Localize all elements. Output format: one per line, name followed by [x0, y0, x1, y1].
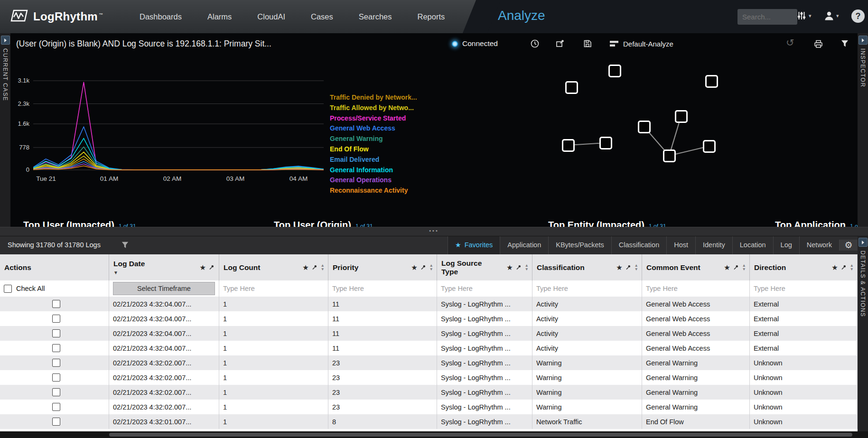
row-checkbox[interactable] [52, 315, 60, 323]
column-header-common-event[interactable]: Common Event★▲▼ [642, 254, 750, 280]
nav-item-alarms[interactable]: Alarms [207, 12, 232, 21]
time-range-button[interactable] [530, 39, 540, 50]
favorite-column-icon[interactable]: ★ [200, 263, 206, 272]
column-header-actions[interactable]: Actions [0, 254, 109, 280]
widget-pager[interactable]: 1 of 31 [649, 223, 666, 227]
row-checkbox[interactable] [52, 329, 60, 337]
layout-selector[interactable]: Default-Analyze [609, 39, 673, 48]
expand-details-button[interactable] [859, 238, 868, 247]
grid-tab-identity[interactable]: Identity [695, 235, 732, 254]
pin-column-icon[interactable] [208, 264, 215, 270]
grid-tab-kbytes-packets[interactable]: KBytes/Packets [548, 235, 611, 254]
row-checkbox[interactable] [52, 418, 60, 426]
details-actions-label[interactable]: DETAILS & ACTIONS [859, 251, 866, 317]
log-table-row-4[interactable]: 02/21/2023 4:32:02.007...123Syslog - Log… [0, 355, 858, 370]
nav-item-searches[interactable]: Searches [359, 12, 392, 21]
filter-input-classification[interactable]: Type Here [532, 280, 642, 297]
horizontal-scrollbar[interactable] [0, 431, 868, 438]
favorite-column-icon[interactable]: ★ [831, 263, 838, 272]
sort-icons[interactable]: ▲▼ [321, 264, 325, 271]
sort-icons[interactable]: ▲▼ [429, 264, 433, 271]
grid-filter-icon[interactable] [121, 241, 130, 250]
grid-tab-application[interactable]: Application [500, 235, 548, 254]
panel-splitter[interactable]: ••• [0, 227, 868, 236]
column-header-log-source-type[interactable]: Log Source Type★▲▼ [437, 254, 532, 280]
filter-input-priority[interactable]: Type Here [328, 280, 437, 297]
grid-tab-network[interactable]: Network [799, 235, 839, 254]
filter-settings-menu[interactable]: ▾ [796, 10, 812, 21]
favorite-column-icon[interactable]: ★ [506, 263, 513, 272]
print-button[interactable] [813, 39, 823, 51]
expand-current-case-button[interactable] [1, 36, 10, 45]
log-table-row-5[interactable]: 02/21/2023 4:32:02.007...123Syslog - Log… [0, 370, 858, 385]
filter-button[interactable] [840, 39, 849, 50]
filter-input-direction[interactable]: Type Here [750, 280, 858, 297]
sort-icons[interactable]: ▲▼ [525, 264, 529, 271]
inspector-label[interactable]: INSPECTOR [859, 48, 866, 87]
column-header-priority[interactable]: Priority★▲▼ [328, 254, 437, 280]
column-header-classification[interactable]: Classification★▲▼ [532, 254, 642, 280]
row-checkbox[interactable] [52, 359, 60, 367]
log-table-row-6[interactable]: 02/21/2023 4:32:02.007...123Syslog - Log… [0, 385, 858, 400]
grid-tab-host[interactable]: Host [666, 235, 695, 254]
select-timeframe-button[interactable]: Select Timeframe [113, 282, 215, 295]
pin-column-icon[interactable] [311, 264, 317, 270]
pin-to-dashboard-button[interactable] [555, 39, 565, 50]
favorite-column-icon[interactable]: ★ [302, 263, 308, 272]
save-layout-button[interactable] [583, 39, 592, 50]
row-checkbox[interactable] [52, 373, 60, 382]
graph-node-5[interactable] [562, 139, 575, 152]
column-header-log-count[interactable]: Log Count★▲▼ [219, 254, 328, 280]
sort-icons[interactable]: ▲▼ [850, 264, 854, 271]
column-header-direction[interactable]: Direction★▲▼ [750, 254, 858, 280]
sort-icons[interactable]: ▲▼ [742, 264, 746, 271]
pin-column-icon[interactable] [733, 264, 739, 270]
expand-inspector-button[interactable] [859, 36, 868, 45]
help-icon[interactable]: ? [851, 9, 865, 23]
grid-settings-button[interactable]: ⚙ [839, 240, 858, 251]
favorite-column-icon[interactable]: ★ [724, 263, 730, 272]
filter-input-log-count[interactable]: Type Here [219, 280, 328, 297]
current-case-label[interactable]: CURRENT CASE [2, 48, 9, 101]
sort-icons[interactable]: ▲▼ [635, 264, 638, 271]
scrollbar-thumb[interactable] [109, 433, 852, 437]
graph-node-1[interactable] [565, 81, 578, 94]
graph-node-6[interactable] [599, 137, 612, 149]
nav-item-cloudai[interactable]: CloudAI [257, 12, 285, 21]
grid-tab-favorites[interactable]: ★Favorites [448, 235, 500, 254]
grid-tab-log[interactable]: Log [773, 235, 799, 254]
graph-node-0[interactable] [608, 65, 621, 77]
row-checkbox[interactable] [52, 344, 60, 352]
log-table-row-1[interactable]: 02/21/2023 4:32:04.007...111Syslog - Log… [0, 311, 858, 326]
row-checkbox[interactable] [52, 300, 60, 308]
search-input[interactable] [737, 9, 797, 25]
nav-item-cases[interactable]: Cases [311, 12, 333, 21]
row-checkbox[interactable] [52, 403, 60, 411]
log-table-row-0[interactable]: 02/21/2023 4:32:04.007...111Syslog - Log… [0, 297, 858, 311]
brand[interactable]: LogRhythm™ [9, 0, 103, 33]
grid-tab-classification[interactable]: Classification [611, 235, 666, 254]
graph-node-7[interactable] [663, 149, 676, 162]
nav-item-reports[interactable]: Reports [418, 12, 445, 21]
undo-icon[interactable]: ↺ [786, 37, 794, 48]
favorite-column-icon[interactable]: ★ [616, 263, 622, 272]
widget-pager[interactable]: 1 of 31 [355, 223, 373, 227]
graph-node-2[interactable] [705, 75, 718, 88]
widget-pager[interactable]: 1 of 31 [119, 223, 136, 227]
pin-column-icon[interactable] [840, 264, 847, 270]
favorite-column-icon[interactable]: ★ [411, 263, 417, 272]
graph-node-4[interactable] [638, 121, 651, 133]
pin-column-icon[interactable] [515, 264, 522, 270]
sort-desc-icon[interactable]: ▼ [113, 270, 145, 275]
grid-tab-location[interactable]: Location [732, 235, 773, 254]
log-table-row-7[interactable]: 02/21/2023 4:32:02.007...123Syslog - Log… [0, 400, 858, 414]
row-checkbox[interactable] [52, 388, 60, 396]
log-table-row-8[interactable]: 02/21/2023 4:32:01.007...18Syslog - LogR… [0, 414, 858, 429]
filter-input-common-event[interactable]: Type Here [642, 280, 750, 297]
nav-item-analyze-active[interactable]: Analyze [498, 8, 545, 23]
column-header-log-date[interactable]: Log Date▼★ [109, 254, 219, 280]
graph-node-8[interactable] [703, 140, 716, 153]
filter-input-log-source-type[interactable]: Type Here [437, 280, 532, 297]
log-table-row-3[interactable]: 02/21/2023 4:32:04.007...111Syslog - Log… [0, 341, 858, 355]
check-all-checkbox[interactable] [4, 285, 12, 293]
